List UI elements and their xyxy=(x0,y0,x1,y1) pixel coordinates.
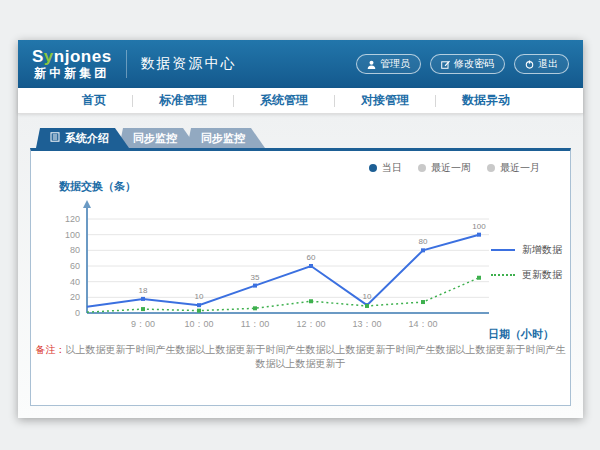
nav-item-home[interactable]: 首页 xyxy=(56,92,132,109)
x-tick-label: 13：00 xyxy=(352,319,381,329)
y-tick-label: 100 xyxy=(65,230,80,240)
y-tick-label: 20 xyxy=(70,292,80,302)
radio-label: 当日 xyxy=(382,161,402,175)
solid-line-icon xyxy=(491,249,515,251)
data-point-label: 60 xyxy=(307,253,316,262)
tab-sync-monitor-1[interactable]: 同步监控 xyxy=(119,128,197,148)
nav-item-standard-mgmt[interactable]: 标准管理 xyxy=(133,92,233,109)
data-point-label: 10 xyxy=(363,292,372,301)
y-axis-arrow xyxy=(83,200,91,208)
nav-item-interface-mgmt[interactable]: 对接管理 xyxy=(335,92,435,109)
admin-user-button[interactable]: 管理员 xyxy=(356,54,421,74)
tab-system-intro[interactable]: 系统介绍 xyxy=(36,128,129,148)
data-point xyxy=(365,304,369,308)
x-tick-label: 10：00 xyxy=(184,319,213,329)
user-icon xyxy=(367,60,376,69)
radio-dot-icon xyxy=(487,164,495,172)
data-point-label: 80 xyxy=(419,237,428,246)
time-range-filter: 当日 最近一周 最近一月 xyxy=(369,161,540,175)
y-axis-title: 数据交换（条） xyxy=(59,179,136,194)
data-point xyxy=(309,299,313,303)
nav-item-system-mgmt[interactable]: 系统管理 xyxy=(234,92,334,109)
x-tick-label: 14：00 xyxy=(408,319,437,329)
change-password-label: 修改密码 xyxy=(454,57,494,71)
nav-item-data-change[interactable]: 数据异动 xyxy=(436,92,536,109)
data-point xyxy=(477,233,481,237)
line-chart: 0204060801001209：0010：0011：0012：0013：001… xyxy=(55,195,489,337)
radio-dot-icon xyxy=(418,164,426,172)
admin-user-label: 管理员 xyxy=(380,57,410,71)
content-area: 系统介绍 同步监控 同步监控 当日 最近一周 最近一月 数据交 xyxy=(18,114,583,418)
main-nav: 首页 标准管理 系统管理 对接管理 数据异动 xyxy=(18,88,583,114)
data-point xyxy=(197,309,201,313)
dotted-line-icon xyxy=(491,274,515,276)
y-tick-label: 40 xyxy=(70,277,80,287)
x-tick-label: 11：00 xyxy=(241,319,269,329)
y-tick-label: 80 xyxy=(70,245,80,255)
x-axis-title: 日期（小时） xyxy=(488,327,554,342)
logo-text-en: Synjones xyxy=(32,48,112,67)
legend-item-new-data[interactable]: 新增数据 xyxy=(491,243,562,257)
logo-text-cn: 新中新集团 xyxy=(32,67,112,80)
logout-label: 退出 xyxy=(538,57,558,71)
legend-label: 更新数据 xyxy=(522,268,562,282)
x-tick-label: 12：00 xyxy=(296,319,325,329)
logo-accent-letter: y xyxy=(44,47,54,66)
edit-icon xyxy=(441,60,450,69)
data-point xyxy=(421,248,425,252)
document-icon xyxy=(50,128,60,148)
tab-label: 系统介绍 xyxy=(65,128,109,148)
footnote-text: 以上数据更新于时间产生数据以上数据更新于时间产生数据以上数据更新于时间产生数据以… xyxy=(66,344,566,369)
radio-label: 最近一周 xyxy=(431,161,471,175)
app-header: Synjones 新中新集团 数据资源中心 管理员 修改密码 xyxy=(18,40,583,88)
y-tick-label: 120 xyxy=(65,214,80,224)
data-point xyxy=(141,297,145,301)
y-tick-label: 0 xyxy=(75,308,80,318)
data-point xyxy=(253,284,257,288)
company-logo: Synjones 新中新集团 xyxy=(32,48,112,80)
tab-sync-monitor-2[interactable]: 同步监控 xyxy=(187,128,265,148)
power-icon xyxy=(525,60,534,69)
data-point xyxy=(309,264,313,268)
data-point-label: 35 xyxy=(251,273,260,282)
data-point xyxy=(421,300,425,304)
tab-label: 同步监控 xyxy=(201,132,245,144)
series-line xyxy=(87,278,479,312)
data-point xyxy=(477,276,481,280)
data-point-label: 10 xyxy=(195,292,204,301)
header-divider xyxy=(126,50,127,78)
y-tick-label: 60 xyxy=(70,261,80,271)
legend-item-updated-data[interactable]: 更新数据 xyxy=(491,268,562,282)
change-password-button[interactable]: 修改密码 xyxy=(430,54,505,74)
data-point xyxy=(253,306,257,310)
tab-bar: 系统介绍 同步监控 同步监控 xyxy=(36,128,571,148)
data-point-label: 100 xyxy=(472,222,486,231)
tab-label: 同步监控 xyxy=(133,132,177,144)
radio-last-month[interactable]: 最近一月 xyxy=(487,161,540,175)
footnote: 备注：以上数据更新于时间产生数据以上数据更新于时间产生数据以上数据更新于时间产生… xyxy=(31,343,570,371)
chart-panel: 当日 最近一周 最近一月 数据交换（条） 0204060801001209：00… xyxy=(30,148,571,406)
legend-label: 新增数据 xyxy=(522,243,562,257)
logout-button[interactable]: 退出 xyxy=(514,54,569,74)
radio-label: 最近一月 xyxy=(500,161,540,175)
data-point xyxy=(141,307,145,311)
chart-container: 0204060801001209：0010：0011：0012：0013：001… xyxy=(55,195,562,337)
data-point xyxy=(197,303,201,307)
chart-legend: 新增数据 更新数据 xyxy=(491,195,562,337)
x-tick-label: 9：00 xyxy=(131,319,155,329)
radio-last-week[interactable]: 最近一周 xyxy=(418,161,471,175)
footnote-label: 备注： xyxy=(36,344,66,355)
radio-today[interactable]: 当日 xyxy=(369,161,402,175)
app-title: 数据资源中心 xyxy=(141,55,237,73)
radio-dot-icon xyxy=(369,164,377,172)
data-point-label: 18 xyxy=(139,286,148,295)
page-card: Synjones 新中新集团 数据资源中心 管理员 修改密码 xyxy=(18,40,583,418)
